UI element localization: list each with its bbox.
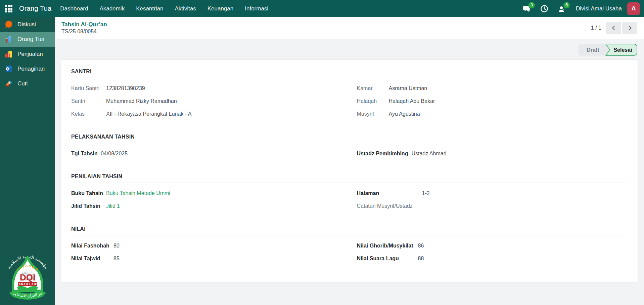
field-halaqah: Halaqah Halaqah Abu Bakar [357,98,628,105]
field-label: Nilai Tajwid [71,256,113,262]
field-halaman: Halaman 1-2 [357,190,628,197]
apps-menu-button[interactable] [0,0,17,17]
field-tgl-tahsin: Tgl Tahsin 04/08/2025 [71,151,342,158]
chevron-left-icon [612,26,616,30]
sidebar-item-label: Diskusi [17,21,36,28]
field-value: XII - Rekayasa Perangkat Lunak - A [106,111,191,117]
top-navbar: Orang Tua Dashboard Akademik Kesantrian … [0,0,644,17]
record-name: TS/25.08/0054 [61,29,107,35]
field-value: 1238281398239 [106,85,145,91]
statusbar: Draft Selesai [578,44,637,56]
field-musyrif: Musyrif Ayu Agustina [357,111,628,118]
field-label: Halaman [357,190,422,196]
section-title: NILAI [71,226,628,232]
app-brand[interactable]: Orang Tua [19,5,51,12]
field-kartu-santri: Kartu Santri 1238281398239 [71,85,342,92]
notifications-button[interactable]: 5 [558,5,566,13]
field-label: Nilai Fashohah [71,243,113,249]
user-menu[interactable]: Divisi Amal Usaha [576,5,622,12]
field-value: 80 [113,243,120,249]
field-label: Musyrif [357,111,389,117]
time-off-icon [4,79,13,88]
statusbar-row: Draft Selesai [55,39,644,56]
user-avatar[interactable]: A [627,2,640,15]
field-label: Tgl Tahsin [71,151,101,157]
field-value: 88 [418,256,424,262]
foundation-logo: مؤسسة التربية الاسلامية YAYASAN DQI TANA… [0,244,55,304]
navbar-right: 3 5 Divisi Amal Usaha A [513,2,644,15]
messages-button[interactable]: 3 [522,5,531,13]
sidebar-item-orang-tua[interactable]: Orang Tua [0,32,55,47]
menu-dashboard[interactable]: Dashboard [60,5,88,12]
main-content: Tahsin Al-Qur’an TS/25.08/0054 1 / 1 Dra… [55,17,644,305]
field-nilai-ghorib: Nilai Ghorib/Musykilat 86 [357,243,628,250]
field-kamar: Kamar Asrama Ustman [357,85,628,92]
section-title: PELAKSANAAN TAHSIN [71,134,628,140]
svg-text:$: $ [7,67,9,71]
activities-button[interactable] [540,5,548,13]
pager: 1 / 1 [591,22,637,34]
field-label: Kamar [357,85,389,91]
field-value: 85 [113,256,120,262]
main-menu: Dashboard Akademik Kesantrian Aktivitas … [60,5,268,12]
sidebar-item-cuti[interactable]: Cuti [0,76,55,91]
field-label: Catatan Musyrif/Ustadz [357,203,422,209]
notifications-badge: 5 [563,2,570,8]
field-label: Jilid Tahsin [71,203,106,209]
sales-chart-icon [4,49,13,59]
field-value: Ayu Agustina [389,111,420,117]
sidebar-item-label: Orang Tua [17,36,44,43]
field-value: Asrama Ustman [389,85,427,91]
discuss-icon [4,20,13,29]
messages-badge: 3 [528,2,535,8]
section-title: SANTRI [71,69,628,75]
menu-akademik[interactable]: Akademik [99,5,125,12]
sidebar-item-diskusi[interactable]: Diskusi [0,17,55,32]
section-title: PENILAIAN TAHSIN [71,174,628,180]
menu-kesantrian[interactable]: Kesantrian [136,5,163,12]
section-pelaksanaan-tahsin: PELAKSANAAN TAHSIN Tgl Tahsin 04/08/2025… [71,134,628,163]
field-label: Ustadz Pembimbing [357,151,412,157]
field-santri: Santri Muhammad Rizky Ramadhan [71,98,342,105]
logo-tanah-laut: TANAH LAUT [16,282,38,286]
form-sheet: SANTRI Kartu Santri 1238281398239 Santri… [61,60,638,282]
sidebar-item-label: Penagihan [17,66,45,72]
field-nilai-fashohah: Nilai Fashohah 80 [71,243,342,250]
app-sidebar: Diskusi Orang Tua Penjualan [0,17,55,305]
field-jilid-tahsin: Jilid Tahsin Jilid 1 [71,203,342,210]
pager-next-button[interactable] [622,22,637,34]
breadcrumb-link[interactable]: Tahsin Al-Qur’an [61,21,107,28]
menu-aktivitas[interactable]: Aktivitas [175,5,196,12]
field-value: Ustadz Ahmad [412,151,447,157]
pager-count: 1 / 1 [591,25,601,31]
status-selesai[interactable]: Selesai [613,47,632,53]
sidebar-item-label: Penjualan [17,51,43,58]
sidebar-item-label: Cuti [17,80,28,87]
field-value: Muhammad Rizky Ramadhan [106,98,177,104]
sidebar-item-penjualan[interactable]: Penjualan [0,47,55,62]
apps-grid-icon [5,5,12,12]
chevron-right-icon [627,26,631,30]
menu-keuangan[interactable]: Keuangan [208,5,234,12]
control-panel: Tahsin Al-Qur’an TS/25.08/0054 1 / 1 [55,17,644,39]
field-label: Buku Tahsin [71,190,106,196]
field-label: Nilai Ghorib/Musykilat [357,243,418,249]
field-buku-tahsin: Buku Tahsin Buku Tahsin Metode Ummi [71,190,342,197]
parents-icon [4,35,13,44]
menu-informasi[interactable]: Informasi [245,5,268,12]
field-nilai-suara-lagu: Nilai Suara Lagu 88 [357,256,628,263]
jilid-tahsin-link[interactable]: Jilid 1 [106,203,120,209]
status-draft[interactable]: Draft [587,47,599,53]
section-nilai: NILAI Nilai Fashohah 80 Nilai Tajwid 85 … [71,226,628,268]
field-label: Kartu Santri [71,85,106,91]
field-ustadz-pembimbing: Ustadz Pembimbing Ustadz Ahmad [357,151,628,158]
field-catatan-musyrif: Catatan Musyrif/Ustadz [357,203,628,210]
clock-icon [540,5,548,13]
logo-dqi: DQI [19,272,35,282]
field-value: Halaqah Abu Bakar [389,98,435,104]
field-label: Kelas [71,111,106,117]
buku-tahsin-link[interactable]: Buku Tahsin Metode Ummi [106,190,170,196]
pager-previous-button[interactable] [606,22,621,34]
field-value: 1-2 [422,190,430,196]
sidebar-item-penagihan[interactable]: $ Penagihan [0,62,55,76]
